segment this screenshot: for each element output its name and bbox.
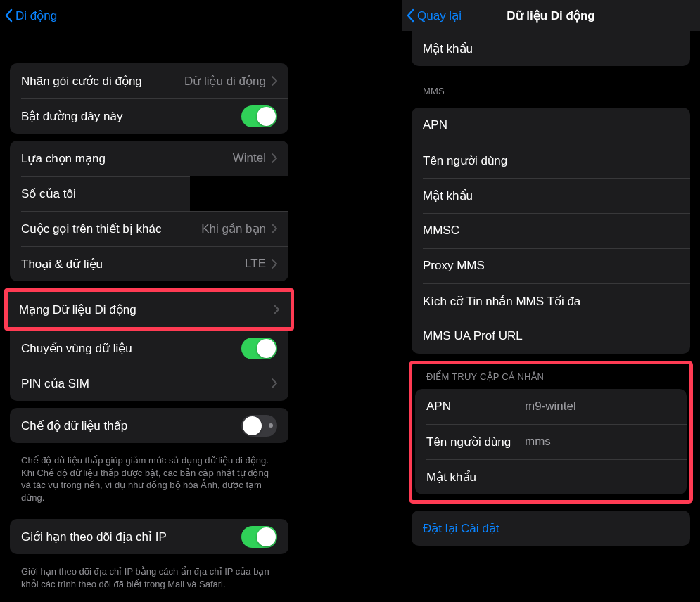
group-network-cont: Chuyển vùng dữ liệu PIN của SIM	[10, 331, 288, 401]
mms-proxy-label: Proxy MMS	[423, 259, 679, 273]
mms-user-label: Tên người dùng	[423, 153, 679, 168]
row-mms-proxy[interactable]: Proxy MMS	[412, 248, 690, 283]
row-mms-uaprof[interactable]: MMS UA Prof URL	[412, 319, 690, 354]
line-toggle-label: Bật đường dây này	[21, 109, 241, 124]
back-label: Di động	[15, 8, 57, 23]
page-title: Dữ liệu Di động	[507, 8, 594, 23]
group-plan: Nhãn gói cước di động Dữ liệu di động Bậ…	[10, 63, 288, 134]
roaming-label: Chuyển vùng dữ liệu	[21, 341, 241, 356]
row-limit-ip: Giới hạn theo dõi địa chỉ IP	[10, 519, 288, 554]
redacted-number	[190, 176, 288, 211]
highlight-mobile-data-network: Mạng Dữ liệu Di động	[4, 288, 294, 331]
row-hotspot-apn[interactable]: APN m9-wintel	[415, 389, 687, 424]
row-mobile-data-network[interactable]: Mạng Dữ liệu Di động	[8, 292, 291, 327]
voice-data-label: Thoại & dữ liệu	[21, 257, 245, 271]
hotspot-apn-label: APN	[426, 399, 525, 414]
row-mms-user[interactable]: Tên người dùng	[412, 143, 690, 178]
row-calls-other-devices[interactable]: Cuộc gọi trên thiết bị khác Khi gần bạn	[10, 211, 288, 246]
chevron-right-icon	[274, 305, 279, 314]
section-hotspot: ĐIỂM TRUY CẬP CÁ NHÂN	[412, 364, 689, 386]
row-mms-pass[interactable]: Mật khẩu	[412, 178, 690, 213]
limit-ip-label: Giới hạn theo dõi địa chỉ IP	[21, 530, 241, 544]
back-label: Quay lại	[417, 8, 462, 23]
password-top-label: Mật khẩu	[423, 41, 679, 56]
back-button[interactable]: Di động	[4, 8, 57, 23]
hotspot-user-label: Tên người dùng	[426, 435, 525, 449]
reset-link: Đặt lại Cài đặt	[423, 521, 499, 536]
group-hotspot: APN m9-wintel Tên người dùng mms Mật khẩ…	[415, 389, 687, 494]
plan-value: Dữ liệu di động	[184, 74, 266, 89]
row-sim-pin[interactable]: PIN của SIM	[10, 366, 288, 401]
group-reset: Đặt lại Cài đặt	[412, 511, 690, 546]
back-button[interactable]: Quay lại	[406, 8, 462, 23]
roaming-toggle[interactable]	[241, 338, 277, 359]
plan-label: Nhãn gói cước di động	[21, 74, 184, 89]
row-mms-maxsize[interactable]: Kích cỡ Tin nhắn MMS Tối đa	[412, 283, 690, 319]
calls-other-value: Khi gần bạn	[201, 222, 266, 236]
low-data-description: Chế độ dữ liệu thấp giúp giảm mức sử dụn…	[0, 450, 298, 512]
network-sel-label: Lựa chọn mạng	[21, 151, 233, 166]
row-plan-label[interactable]: Nhãn gói cước di động Dữ liệu di động	[10, 63, 288, 98]
mms-pass-label: Mật khẩu	[423, 188, 679, 203]
calls-other-label: Cuộc gọi trên thiết bị khác	[21, 222, 201, 236]
mms-uaprof-label: MMS UA Prof URL	[423, 329, 679, 343]
hotspot-user-value: mms	[525, 435, 675, 449]
group-low-data: Chế độ dữ liệu thấp	[10, 408, 288, 443]
chevron-left-icon	[406, 8, 414, 23]
row-reset-settings[interactable]: Đặt lại Cài đặt	[412, 511, 690, 546]
phone-left: Di động Nhãn gói cước di động Dữ liệu di…	[0, 0, 298, 602]
phone-right: Quay lại Dữ liệu Di động Mật khẩu MMS AP…	[402, 0, 700, 602]
mms-apn-label: APN	[423, 118, 679, 132]
row-voice-data[interactable]: Thoại & dữ liệu LTE	[10, 246, 288, 281]
mobile-data-net-label: Mạng Dữ liệu Di động	[19, 302, 274, 317]
chevron-left-icon	[4, 8, 13, 23]
row-mmsc[interactable]: MMSC	[412, 213, 690, 248]
row-low-data: Chế độ dữ liệu thấp	[10, 408, 288, 443]
row-hotspot-user[interactable]: Tên người dùng mms	[415, 424, 687, 459]
row-roaming: Chuyển vùng dữ liệu	[10, 331, 288, 366]
group-mms: APN Tên người dùng Mật khẩu MMSC Proxy M…	[412, 108, 690, 354]
header-left: Di động	[0, 0, 298, 31]
low-data-toggle[interactable]	[241, 415, 277, 437]
group-limit-ip: Giới hạn theo dõi địa chỉ IP	[10, 519, 288, 554]
hotspot-apn-value: m9-wintel	[525, 399, 675, 414]
sim-pin-label: PIN của SIM	[21, 376, 272, 391]
row-hotspot-pass[interactable]: Mật khẩu	[415, 459, 687, 494]
row-line-toggle: Bật đường dây này	[10, 98, 288, 134]
mms-maxsize-label: Kích cỡ Tin nhắn MMS Tối đa	[423, 294, 679, 309]
chevron-right-icon	[272, 224, 277, 233]
limit-ip-toggle[interactable]	[241, 526, 277, 548]
voice-data-value: LTE	[245, 257, 266, 271]
chevron-right-icon	[272, 153, 277, 163]
line-toggle[interactable]	[241, 105, 277, 127]
group-network: Lựa chọn mạng Wintel Số của tôi Cuộc gọi…	[10, 141, 288, 281]
highlight-hotspot: ĐIỂM TRUY CẬP CÁ NHÂN APN m9-wintel Tên …	[409, 361, 693, 504]
section-mms: MMS	[402, 73, 700, 101]
row-password-top[interactable]: Mật khẩu	[412, 31, 690, 66]
low-data-label: Chế độ dữ liệu thấp	[21, 418, 241, 433]
hotspot-pass-label: Mật khẩu	[426, 470, 525, 485]
chevron-right-icon	[272, 76, 277, 86]
network-sel-value: Wintel	[233, 151, 266, 165]
mmsc-label: MMSC	[423, 224, 679, 238]
group-top-fragment: Mật khẩu	[412, 31, 690, 66]
row-mms-apn[interactable]: APN	[412, 108, 690, 143]
header-right: Quay lại Dữ liệu Di động	[402, 0, 700, 31]
chevron-right-icon	[272, 378, 277, 388]
chevron-right-icon	[272, 259, 277, 269]
limit-ip-description: Giới hạn theo dõi địa chỉ IP bằng cách ẩ…	[0, 561, 298, 598]
row-my-number[interactable]: Số của tôi	[10, 176, 288, 211]
row-network-selection[interactable]: Lựa chọn mạng Wintel	[10, 141, 288, 176]
